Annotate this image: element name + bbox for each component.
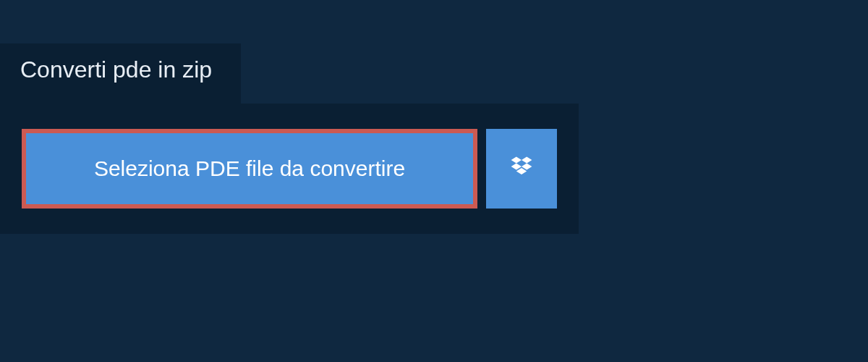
tab-label: Converti pde in zip (20, 56, 212, 83)
select-file-button[interactable]: Seleziona PDE file da convertire (22, 129, 477, 209)
dropbox-icon (509, 154, 535, 183)
select-file-label: Seleziona PDE file da convertire (94, 156, 405, 180)
content-panel: Seleziona PDE file da convertire (0, 104, 579, 234)
tab-bar: Converti pde in zip Seleziona PDE file d… (0, 43, 868, 234)
tab-convert[interactable]: Converti pde in zip (0, 43, 241, 104)
button-row: Seleziona PDE file da convertire (22, 129, 557, 209)
dropbox-button[interactable] (486, 129, 557, 209)
